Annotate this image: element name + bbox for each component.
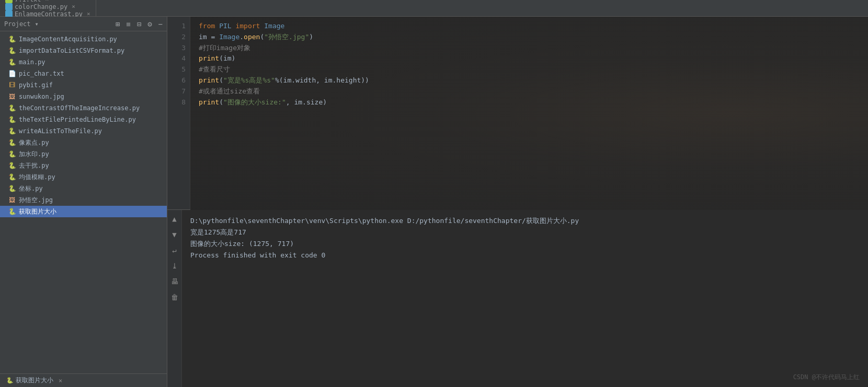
sidebar-file-list: 🐍ImageContentAcquisition.py🐍importDataTo…	[0, 31, 167, 373]
tab-colorChange-py[interactable]: colorChange.py×	[0, 3, 96, 10]
sidebar-file-item[interactable]: 🖼sunwukon.jpg	[0, 91, 167, 102]
sidebar-file-item[interactable]: 🐍坐标.py	[0, 183, 167, 194]
file-name-label: 去干扰.py	[19, 161, 49, 170]
file-type-icon: 🐍	[8, 104, 16, 112]
sidebar-file-item[interactable]: 🐍importDataToListCSVFormat.py	[0, 45, 167, 56]
terminal-sidebar: ▲ ▼ ↵ ⤓ 🖶 🗑	[167, 210, 182, 387]
bottom-file-tab[interactable]: 🐍 获取图片大小 ×	[0, 373, 167, 387]
file-type-icon: 🐍	[8, 150, 16, 158]
tab-label: colorChange.py	[15, 3, 67, 10]
terminal-dl-icon[interactable]: ⤓	[170, 261, 179, 271]
code-line: print("图像的大小size:", im.size)	[199, 97, 855, 108]
line-numbers: 12345678	[167, 17, 190, 209]
sidebar-file-item[interactable]: 🐍theContrastOfTheImageIncrease.py	[0, 102, 167, 114]
sidebar-settings-icon[interactable]: ⚙	[147, 20, 152, 28]
terminal-down-icon[interactable]: ▼	[170, 230, 179, 239]
file-name-label: pybit.gif	[19, 81, 53, 89]
code-line: #打印image对象	[199, 43, 855, 54]
sidebar-file-item[interactable]: 🖼孙悟空.jpg	[0, 194, 167, 206]
sidebar-sort-icon[interactable]: ≡	[126, 20, 130, 28]
tab-bar: gps2.py×像素点.py×1.txt×7.1.txt×colorChange…	[0, 0, 868, 17]
bottom-file-label: 获取图片大小	[16, 376, 53, 385]
terminal-content[interactable]: D:\pythonfile\seventhChapter\venv\Script…	[182, 210, 868, 387]
sidebar-file-item[interactable]: 🐍像素点.py	[0, 137, 167, 148]
file-type-icon: 🐍	[8, 127, 16, 135]
code-editor: 12345678 from PIL import Imageim = Image…	[167, 17, 868, 210]
sidebar-chevron-icon: ▾	[35, 20, 39, 28]
file-name-label: main.py	[19, 58, 45, 66]
file-name-label: pic_char.txt	[19, 70, 64, 77]
sidebar-file-item[interactable]: 🐍获取图片大小	[0, 206, 167, 217]
line-number: 1	[167, 21, 186, 32]
terminal-command: D:\pythonfile\seventhChapter\venv\Script…	[190, 215, 860, 227]
sidebar-file-item[interactable]: 🎞pybit.gif	[0, 79, 167, 91]
sidebar-file-item[interactable]: 🐍theTextFilePrintedLineByLine.py	[0, 114, 167, 125]
terminal-output-line: 宽是1275高是717	[190, 227, 860, 238]
sidebar-file-item[interactable]: 🐍加水印.py	[0, 148, 167, 160]
file-name-label: theContrastOfTheImageIncrease.py	[19, 104, 140, 112]
sidebar-file-item[interactable]: 📄pic_char.txt	[0, 68, 167, 79]
sidebar-file-item[interactable]: 🐍main.py	[0, 56, 167, 68]
sidebar-file-item[interactable]: 🐍去干扰.py	[0, 160, 167, 171]
code-content[interactable]: from PIL import Imageim = Image.open("孙悟…	[190, 17, 864, 209]
file-type-icon: 🐍	[8, 208, 16, 215]
file-type-icon: 🐍	[8, 116, 16, 123]
editor-image-area: 12345678 from PIL import Imageim = Image…	[167, 17, 868, 387]
tab-icon-py	[5, 3, 13, 10]
terminal-trash-icon[interactable]: 🗑	[170, 292, 179, 302]
file-type-icon: 🖼	[8, 196, 16, 204]
file-name-label: sunwukon.jpg	[19, 93, 64, 100]
file-name-label: writeAListToTheFile.py	[19, 127, 102, 135]
sidebar: Project ▾ ⊞ ≡ ⊟ ⚙ − 🐍ImageContentAcquisi…	[0, 17, 167, 387]
file-name-label: 孙悟空.jpg	[19, 196, 53, 205]
terminal-up-icon[interactable]: ▲	[170, 214, 179, 224]
file-name-label: theTextFilePrintedLineByLine.py	[19, 116, 136, 123]
sidebar-file-item[interactable]: 🐍均值模糊.py	[0, 171, 167, 183]
file-type-icon: 🐍	[8, 173, 16, 181]
code-line: from PIL import Image	[199, 21, 855, 32]
scroll-thumb[interactable]	[864, 23, 867, 44]
sidebar-collapse-icon[interactable]: ⊟	[137, 20, 141, 28]
file-name-label: importDataToListCSVFormat.py	[19, 47, 124, 54]
file-name-label: 像素点.py	[19, 138, 49, 147]
line-number: 2	[167, 32, 186, 43]
terminal-wrap-icon[interactable]: ↵	[170, 245, 179, 255]
code-line: #查看尺寸	[199, 64, 855, 75]
file-type-icon: 📄	[8, 70, 16, 77]
file-type-icon: 🖼	[8, 93, 16, 100]
tab-icon-txt	[5, 0, 13, 3]
file-type-icon: 🐍	[8, 58, 16, 66]
bottom-file-close[interactable]: ×	[59, 377, 62, 384]
bottom-file-icon: 🐍	[6, 377, 14, 384]
sidebar-expand-icon[interactable]: ⊞	[116, 20, 120, 28]
code-line: im = Image.open("孙悟空.jpg")	[199, 32, 855, 43]
line-number: 8	[167, 97, 186, 108]
file-type-icon: 🎞	[8, 81, 16, 89]
file-name-label: 获取图片大小	[19, 207, 56, 216]
sidebar-file-item[interactable]: 🐍writeAListToTheFile.py	[0, 125, 167, 137]
tab-close-btn[interactable]: ×	[45, 0, 49, 3]
file-type-icon: 🐍	[8, 36, 16, 43]
line-number: 5	[167, 64, 186, 75]
line-number: 4	[167, 53, 186, 64]
terminal-print-icon[interactable]: 🖶	[170, 277, 179, 286]
line-number: 7	[167, 86, 186, 97]
tab-close-btn[interactable]: ×	[72, 3, 75, 10]
file-name-label: 坐标.py	[19, 184, 43, 193]
sidebar-file-item[interactable]: 🐍ImageContentAcquisition.py	[0, 33, 167, 45]
line-number: 6	[167, 75, 186, 86]
main-area: Project ▾ ⊞ ≡ ⊟ ⚙ − 🐍ImageContentAcquisi…	[0, 17, 868, 387]
file-type-icon: 🐍	[8, 47, 16, 54]
vertical-scroll[interactable]	[864, 17, 868, 209]
file-name-label: 加水印.py	[19, 150, 49, 159]
file-type-icon: 🐍	[8, 139, 16, 146]
file-name-label: ImageContentAcquisition.py	[19, 36, 117, 43]
watermark: CSDN @不许代码马上红	[793, 373, 860, 382]
terminal-area: ▲ ▼ ↵ ⤓ 🖶 🗑 D:\pythonfile\seventhChapter…	[167, 210, 868, 387]
code-line: print("宽是%s高是%s"%(im.width, im.height))	[199, 75, 855, 86]
file-name-label: 均值模糊.py	[19, 173, 55, 182]
file-type-icon: 🐍	[8, 185, 16, 192]
terminal-output-line: Process finished with exit code 0	[190, 250, 860, 261]
terminal-output-line: 图像的大小size: (1275, 717)	[190, 238, 860, 250]
sidebar-minus-icon[interactable]: −	[158, 20, 163, 28]
